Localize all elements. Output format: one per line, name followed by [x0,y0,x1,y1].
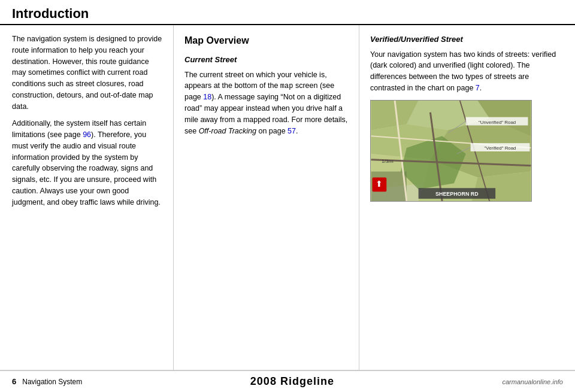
map-overview-heading: Map Overview [184,34,348,48]
left-column: The navigation system is designed to pro… [0,25,174,370]
left-para2-end: ). Therefore, you must verify the audio … [12,130,161,206]
map-svg: SHEEPHORN RD "Unverified" Road "Verified… [371,101,531,201]
page-title: Introduction [12,6,563,22]
main-content: The navigation system is designed to pro… [0,25,575,370]
link-page-18[interactable]: 18 [203,93,211,101]
link-page-57[interactable]: 57 [288,127,296,135]
map-image: SHEEPHORN RD "Unverified" Road "Verified… [370,100,532,202]
link-page-7[interactable]: 7 [476,84,480,92]
right-para1-period: . [480,84,482,92]
current-street-heading: Current Street [184,54,348,66]
middle-para1-period: . [296,127,298,135]
right-para1: Your navigation system has two kinds of … [370,49,564,94]
middle-column: Map Overview Current Street The current … [174,25,359,370]
footer-right-text: carmanualonline.info [502,378,563,385]
offroad-tracking-link: Off-road Tracking [199,127,256,135]
left-para2: Additionally, the system itself has cert… [12,118,162,208]
svg-text:⬆: ⬆ [376,179,383,189]
right-column: Verified/Unverified Street Your navigati… [359,25,575,370]
footer-center-text: 2008 Ridgeline [250,375,334,388]
link-page-96[interactable]: 96 [83,130,91,139]
svg-text:"Unverified" Road: "Unverified" Road [479,119,516,124]
footer-nav-system: Navigation System [22,378,82,386]
page-header: Introduction [0,0,575,25]
map-word: map [280,82,293,90]
right-para1-text: Your navigation system has two kinds of … [370,50,556,92]
svg-text:SHEEPHORN RD: SHEEPHORN RD [435,191,479,197]
middle-para1: The current street on which your vehicle… [184,69,348,137]
left-para1: The navigation system is designed to pro… [12,34,162,112]
footer-left: 6 Navigation System [12,377,82,386]
svg-text:1/3mi: 1/3mi [382,158,394,163]
page-footer: 6 Navigation System 2008 Ridgeline carma… [0,370,575,392]
middle-para1-end: on page [256,127,288,135]
page-container: Introduction The navigation system is de… [0,0,575,392]
svg-text:"Verified" Road: "Verified" Road [485,145,516,151]
verified-street-heading: Verified/Unverified Street [370,34,564,45]
page-number: 6 [12,377,16,386]
